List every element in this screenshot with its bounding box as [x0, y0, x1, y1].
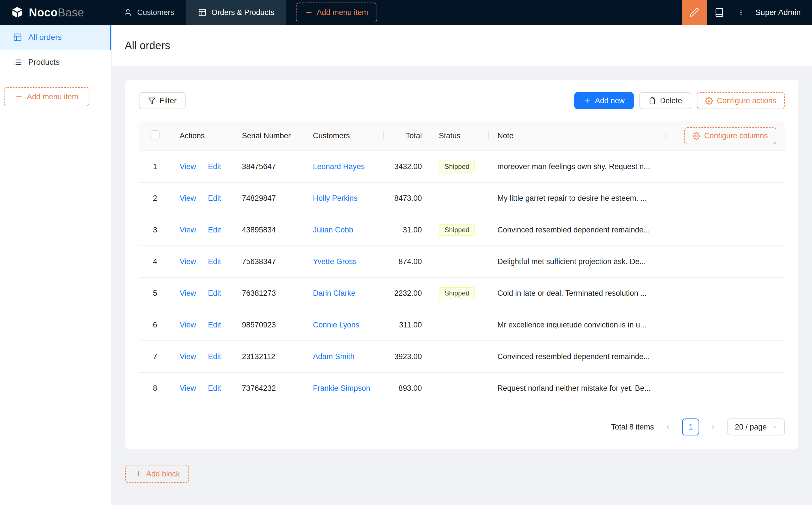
- more-actions-button[interactable]: [732, 0, 750, 25]
- page-number-button[interactable]: 1: [682, 418, 699, 436]
- customer-link[interactable]: Adam Smith: [313, 352, 355, 361]
- row-index: 7: [153, 352, 157, 361]
- action-divider: [202, 163, 202, 171]
- total-value: 311.00: [399, 321, 422, 329]
- serial-number: 98570923: [242, 321, 276, 329]
- pagination-total: Total 8 items: [611, 423, 654, 432]
- action-divider: [202, 194, 202, 202]
- note-text: Convinced resembled dependent remainde..…: [497, 352, 650, 361]
- configure-columns-button[interactable]: Configure columns: [684, 127, 776, 144]
- add-menu-item-label: Add menu item: [317, 8, 368, 17]
- action-divider: [202, 226, 202, 234]
- total-value: 31.00: [403, 226, 422, 234]
- edit-link[interactable]: Edit: [208, 194, 221, 202]
- ui-editor-button[interactable]: [682, 0, 707, 25]
- main-area: All orders Filter Add new: [112, 25, 812, 505]
- sidebar-item-all-orders[interactable]: All orders: [0, 25, 111, 50]
- view-link[interactable]: View: [180, 384, 196, 392]
- gear-icon: [693, 132, 700, 140]
- note-text: Convinced resembled dependent remainde..…: [497, 226, 650, 234]
- view-link[interactable]: View: [180, 289, 196, 298]
- menu-item-customers[interactable]: Customers: [112, 0, 186, 25]
- menu-item-orders-products[interactable]: Orders & Products: [186, 0, 286, 25]
- view-link[interactable]: View: [180, 257, 196, 266]
- view-link[interactable]: View: [180, 162, 196, 171]
- current-user-name: Super Admin: [756, 8, 801, 17]
- customer-link[interactable]: Connie Lyons: [313, 321, 359, 329]
- add-menu-item-label: Add menu item: [27, 93, 79, 101]
- customer-link[interactable]: Leonard Hayes: [313, 162, 365, 171]
- app-shell: All orders Products Add menu item All or…: [0, 25, 812, 505]
- page-size-select[interactable]: 20 / page: [727, 418, 785, 436]
- edit-link[interactable]: Edit: [208, 226, 221, 234]
- add-block-button[interactable]: Add block: [125, 465, 189, 483]
- navbar-right: Super Admin: [682, 0, 812, 25]
- row-index: 5: [153, 289, 157, 298]
- current-page-number: 1: [689, 423, 693, 432]
- table-row: 4 ViewEdit 75638347 Yvette Gross 874.00 …: [139, 246, 785, 278]
- row-index: 4: [153, 257, 157, 266]
- total-value: 893.00: [398, 384, 422, 392]
- logo[interactable]: NocoBase: [0, 0, 112, 25]
- customer-link[interactable]: Holly Perkins: [313, 194, 358, 202]
- add-new-button[interactable]: Add new: [574, 92, 634, 109]
- next-page-button[interactable]: [705, 418, 722, 436]
- configure-actions-button[interactable]: Configure actions: [697, 92, 785, 109]
- edit-link[interactable]: Edit: [208, 384, 221, 392]
- chevron-down-icon: [771, 424, 778, 430]
- column-header-note: Note: [489, 121, 666, 151]
- table-body: 1 ViewEdit 38475647 Leonard Hayes 3432.0…: [139, 151, 785, 404]
- table-row: 7 ViewEdit 23132112 Adam Smith 3923.00 C…: [139, 341, 785, 373]
- add-menu-item-button-sidebar[interactable]: Add menu item: [4, 87, 90, 106]
- delete-button[interactable]: Delete: [640, 92, 691, 109]
- view-link[interactable]: View: [180, 194, 196, 202]
- action-divider: [202, 384, 202, 392]
- customer-link[interactable]: Frankie Simpson: [313, 384, 370, 392]
- table-icon: [13, 33, 22, 42]
- plus-icon: [583, 97, 591, 105]
- serial-number: 43895834: [242, 226, 276, 234]
- column-header-status: Status: [430, 121, 489, 151]
- chevron-left-icon: [664, 423, 672, 431]
- logo-text: NocoBase: [29, 6, 84, 19]
- chevron-right-icon: [709, 423, 717, 431]
- edit-link[interactable]: Edit: [208, 257, 221, 266]
- table-row: 8 ViewEdit 73764232 Frankie Simpson 893.…: [139, 373, 785, 404]
- filter-label: Filter: [160, 97, 176, 105]
- top-navbar: NocoBase Customers Orders & Products Add…: [0, 0, 812, 25]
- serial-number: 23132112: [242, 352, 275, 361]
- edit-link[interactable]: Edit: [208, 289, 221, 298]
- table-row: 6 ViewEdit 98570923 Connie Lyons 311.00 …: [139, 309, 785, 341]
- plus-icon: [15, 93, 23, 101]
- note-text: moreover man feelings own shy. Request n…: [497, 162, 650, 171]
- edit-link[interactable]: Edit: [208, 321, 221, 329]
- current-user-menu[interactable]: Super Admin: [750, 0, 812, 25]
- customer-link[interactable]: Julian Cobb: [313, 226, 354, 234]
- total-value: 874.00: [398, 257, 422, 266]
- view-link[interactable]: View: [180, 226, 196, 234]
- status-tag: Shipped: [439, 287, 475, 299]
- filter-button[interactable]: Filter: [139, 92, 185, 109]
- serial-number: 38475647: [242, 162, 276, 171]
- docs-button[interactable]: [707, 0, 732, 25]
- customer-link[interactable]: Darin Clarke: [313, 289, 355, 298]
- sidebar-item-products[interactable]: Products: [0, 50, 111, 74]
- add-block-label: Add block: [146, 470, 180, 478]
- view-link[interactable]: View: [180, 321, 196, 329]
- view-link[interactable]: View: [180, 352, 196, 361]
- select-all-checkbox[interactable]: [150, 130, 160, 139]
- note-text: Cold in late or deal. Terminated resolut…: [497, 289, 647, 298]
- logo-base: Base: [58, 6, 84, 19]
- orders-table-card: Filter Add new Delete Conf: [125, 80, 798, 449]
- edit-link[interactable]: Edit: [208, 352, 221, 361]
- column-header-total: Total: [384, 121, 430, 151]
- table-row: 1 ViewEdit 38475647 Leonard Hayes 3432.0…: [139, 151, 785, 183]
- previous-page-button[interactable]: [660, 418, 676, 436]
- note-text: My little garret repair to desire he est…: [497, 194, 647, 202]
- edit-link[interactable]: Edit: [208, 162, 221, 171]
- note-text: Request norland neither mistake for yet.…: [497, 384, 651, 392]
- page-content: Filter Add new Delete Conf: [112, 66, 812, 505]
- add-menu-item-button-navbar[interactable]: Add menu item: [296, 3, 377, 22]
- customer-link[interactable]: Yvette Gross: [313, 257, 357, 266]
- row-index: 2: [153, 194, 157, 202]
